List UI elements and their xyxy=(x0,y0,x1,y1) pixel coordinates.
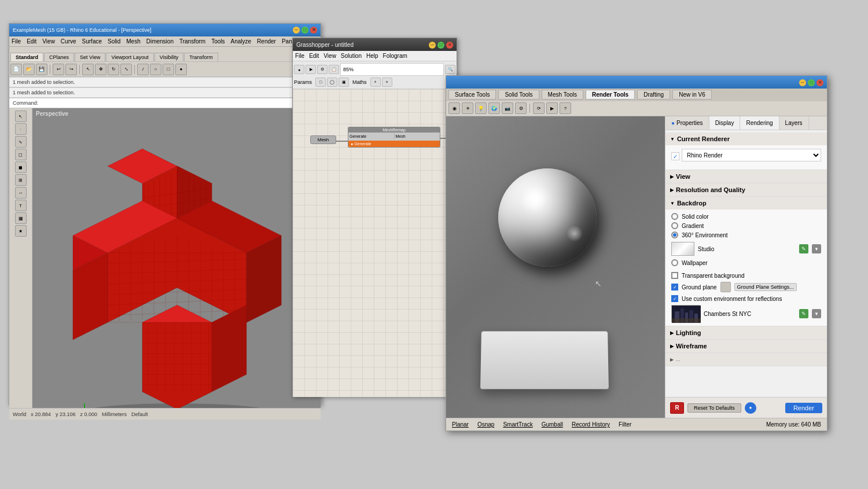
minimize-button[interactable]: ─ xyxy=(293,27,300,34)
panel-tab-properties[interactable]: ● Properties xyxy=(665,116,709,130)
status-planar[interactable]: Planar xyxy=(452,421,469,428)
gh-tb-3[interactable]: ⚙ xyxy=(317,65,328,74)
radio-solid-color[interactable]: Solid color xyxy=(671,213,821,220)
gh-maximize[interactable]: □ xyxy=(437,42,444,49)
menu-analyze[interactable]: Analyze xyxy=(231,38,252,45)
lt-text[interactable]: T xyxy=(15,200,27,211)
tb-move[interactable]: ✥ xyxy=(95,64,106,75)
gh-zoom-btn[interactable]: 🔍 xyxy=(445,65,455,74)
status-filter[interactable]: Filter xyxy=(619,421,631,428)
gh-node-orange[interactable]: ● Generate xyxy=(348,141,440,147)
menu-file[interactable]: File xyxy=(12,38,21,45)
panel-tab-rendering[interactable]: Rendering xyxy=(740,116,779,130)
tab-solid-tools[interactable]: Solid Tools xyxy=(498,90,539,100)
render-minimize[interactable]: ─ xyxy=(799,79,806,86)
gh-menu-edit[interactable]: Edit xyxy=(309,53,319,59)
status-record-history[interactable]: Record History xyxy=(572,421,610,428)
studio-edit-button[interactable]: ✎ xyxy=(799,244,808,253)
tb-sphere[interactable]: ● xyxy=(175,64,187,75)
tab-mesh-tools[interactable]: Mesh Tools xyxy=(542,90,583,100)
lt-mesh[interactable]: ⊞ xyxy=(15,174,27,186)
tb-circle[interactable]: ○ xyxy=(150,64,161,75)
menu-tools[interactable]: Tools xyxy=(211,38,225,45)
current-renderer-header[interactable]: ▼ Current Renderer xyxy=(665,133,827,145)
gh-tb-1[interactable]: ● xyxy=(294,65,304,74)
rt-btn-1[interactable]: ◉ xyxy=(448,102,460,114)
gh-menu-file[interactable]: File xyxy=(295,53,304,59)
tab-surface-tools[interactable]: Surface Tools xyxy=(448,90,496,100)
lt-curve[interactable]: ∿ xyxy=(15,136,27,148)
rt-btn-5[interactable]: 📷 xyxy=(502,102,513,114)
tab-cplanes[interactable]: CPlanes xyxy=(44,53,74,61)
menu-render[interactable]: Render xyxy=(257,38,276,45)
gh-param-1[interactable]: □ xyxy=(315,78,326,87)
menu-view[interactable]: View xyxy=(42,38,55,45)
gh-param-2[interactable]: ◯ xyxy=(327,78,337,87)
tab-transform[interactable]: Transform xyxy=(184,53,218,61)
menu-dimension[interactable]: Dimension xyxy=(146,38,174,45)
ground-plane-row[interactable]: ✓ Ground plane Ground Plane Settings... xyxy=(671,282,821,292)
rt-btn-2[interactable]: ☀ xyxy=(462,102,473,114)
menu-edit[interactable]: Edit xyxy=(27,38,36,45)
ground-plane-settings-button[interactable]: Ground Plane Settings... xyxy=(734,283,797,291)
radio-360-env[interactable]: 360° Environment xyxy=(671,231,821,238)
gh-menu-solution[interactable]: Solution xyxy=(341,53,362,59)
lt-dim[interactable]: ↔ xyxy=(15,187,27,198)
lt-select[interactable]: ↖ xyxy=(15,111,27,122)
env-edit-button[interactable]: ✎ xyxy=(799,309,808,318)
radio-dot-wallpaper[interactable] xyxy=(671,259,678,266)
tb-new[interactable]: 📄 xyxy=(10,64,22,75)
transparent-bg-row[interactable]: Transparent background xyxy=(671,272,821,279)
gh-tb-4[interactable]: 📋 xyxy=(329,65,339,74)
tab-new-v6[interactable]: New in V6 xyxy=(672,90,712,100)
gh-math-2[interactable]: × xyxy=(382,78,392,87)
radio-wallpaper[interactable]: Wallpaper xyxy=(671,259,821,266)
tb-box[interactable]: □ xyxy=(163,64,174,75)
tab-render-tools[interactable]: Render Tools xyxy=(586,90,635,100)
gh-canvas[interactable]: Mesh MeshRemap Generate Mesh ● Ge xyxy=(293,89,457,397)
rt-btn-8[interactable]: ▶ xyxy=(546,102,558,114)
radio-dot-360[interactable] xyxy=(671,231,678,238)
panel-scroll[interactable]: ▼ Current Renderer ✓ Rhino Render xyxy=(665,130,827,397)
renderer-checkbox[interactable]: ✓ xyxy=(671,152,679,160)
studio-dropdown-button[interactable]: ▼ xyxy=(812,244,821,253)
tb-undo[interactable]: ↩ xyxy=(53,64,64,75)
lighting-header[interactable]: ▶ Lighting xyxy=(665,326,827,339)
tab-standard[interactable]: Standard xyxy=(10,53,43,61)
gh-menu-view[interactable]: View xyxy=(323,53,336,59)
menu-curve[interactable]: Curve xyxy=(61,38,76,45)
lt-point[interactable]: · xyxy=(15,123,27,135)
tb-open[interactable]: 📂 xyxy=(23,64,35,75)
render-maximize[interactable]: □ xyxy=(808,79,815,86)
lt-render[interactable]: ★ xyxy=(15,225,27,237)
command-input[interactable] xyxy=(38,100,317,106)
lt-surface[interactable]: ◻ xyxy=(15,149,27,160)
wireframe-header[interactable]: ▶ Wireframe xyxy=(665,340,827,352)
menu-mesh[interactable]: Mesh xyxy=(126,38,140,45)
status-smarttrack[interactable]: SmartTrack xyxy=(503,421,532,428)
ground-plane-checkbox[interactable]: ✓ xyxy=(671,284,678,291)
status-osnap[interactable]: Osnap xyxy=(477,421,494,428)
gh-menu-fologram[interactable]: Fologram xyxy=(383,53,407,59)
maximize-button[interactable]: □ xyxy=(301,27,308,34)
tb-line[interactable]: / xyxy=(137,64,149,75)
gh-menu-help[interactable]: Help xyxy=(366,53,378,59)
gh-math-1[interactable]: + xyxy=(370,78,381,87)
env-dropdown-button[interactable]: ▼ xyxy=(812,309,821,318)
menu-transform[interactable]: Transform xyxy=(179,38,205,45)
tb-save[interactable]: 💾 xyxy=(36,64,47,75)
menu-solid[interactable]: Solid xyxy=(108,38,120,45)
lt-hatch[interactable]: ▦ xyxy=(15,212,27,224)
tb-rotate[interactable]: ↻ xyxy=(108,64,119,75)
gh-param-3[interactable]: ▣ xyxy=(339,78,349,87)
tab-drafting[interactable]: Drafting xyxy=(637,90,670,100)
renderer-dropdown[interactable]: Rhino Render xyxy=(682,149,821,161)
view-header[interactable]: ▶ View xyxy=(665,170,827,183)
panel-tab-layers[interactable]: Layers xyxy=(779,116,809,130)
rhino-viewport[interactable]: Perspective xyxy=(32,108,321,408)
render-button[interactable]: Render xyxy=(785,403,822,413)
menu-surface[interactable]: Surface xyxy=(82,38,102,45)
radio-dot-gradient[interactable] xyxy=(671,222,678,229)
radio-dot-solid[interactable] xyxy=(671,213,678,220)
panel-tab-display[interactable]: Display xyxy=(709,116,741,130)
